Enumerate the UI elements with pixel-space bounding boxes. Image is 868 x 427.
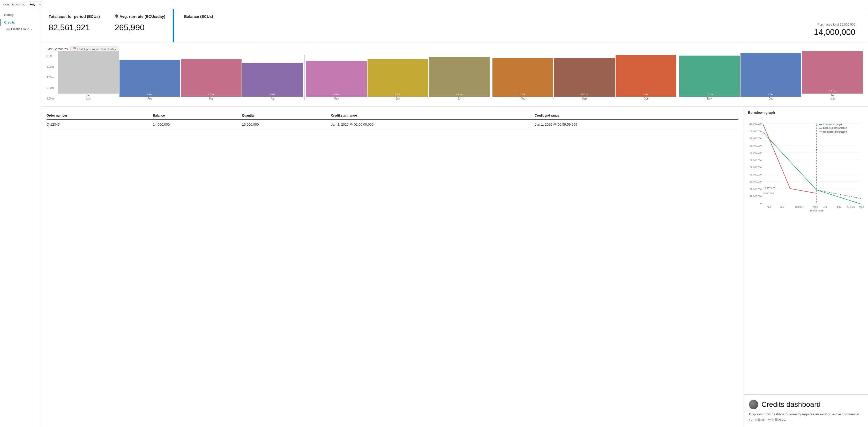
svg-text:100,000,000: 100,000,000 (748, 130, 762, 133)
burndown-svg: 110,000,000 100,000,000 90,000,000 80,00… (748, 117, 864, 215)
bar-value-label-8: 6.82m (581, 93, 588, 96)
avg-run-rate-box: ⏱Avg. run-rate (ECUs/day) 265,990 (107, 9, 173, 42)
svg-text:October: October (795, 206, 804, 208)
svg-text:60,000,000: 60,000,000 (750, 159, 762, 162)
main-content: Total cost for period (ECUs) 82,561,921 … (41, 9, 868, 427)
bar-5: 6.63m (368, 59, 428, 97)
svg-text:110,000,000: 110,000,000 (748, 123, 762, 125)
bar-value-label-9: 7.31m (643, 93, 649, 96)
bar-8: 6.82m (554, 58, 615, 97)
credits-info-panel: Credits dashboard Displaying this dashbo… (744, 395, 868, 427)
bar-month-7: Aug (521, 97, 525, 100)
svg-text:July: July (780, 206, 784, 208)
avg-run-rate-label: ⏱Avg. run-rate (ECUs/day) (115, 14, 165, 19)
y-axis: 8.00m 6.00m 4.00m 2.00m 0.00 (46, 55, 58, 100)
right-panels: Burndown graph 110,000,000 100,000,000 9… (744, 106, 868, 427)
svg-text:April: April (767, 206, 771, 208)
svg-text:15,957,020: 15,957,020 (763, 187, 775, 190)
svg-text:20,000,000: 20,000,000 (750, 188, 762, 191)
bar-value-label-2: 6.59m (208, 93, 214, 96)
col-credit-end: Credit end range (535, 112, 738, 120)
bar-group-may: 6.28mMay (306, 61, 367, 100)
credits-dashboard-title: Credits dashboard (749, 400, 863, 409)
cloud-icon (6, 28, 10, 31)
bar-group-apr: 5.97mApr (242, 63, 303, 100)
balance-label: Balance (ECUs) (184, 14, 861, 19)
bar-group-sep: 6.82mSep (554, 58, 615, 100)
svg-text:Historical consumption: Historical consumption (823, 131, 847, 133)
elastic-cloud-label: Elastic Cloud (11, 27, 29, 31)
bar-11: 7.69m (741, 53, 801, 97)
svg-text:40,000,000: 40,000,000 (750, 173, 762, 176)
bar-group-nov: 7.22mNov (679, 56, 740, 100)
avg-run-rate-value: 265,990 (115, 23, 165, 32)
bar-10: 7.22m (679, 56, 740, 97)
bar-group-oct: 7.31mOct (616, 55, 676, 100)
bar-4: 6.28m (306, 61, 367, 97)
bar-value-label-3: 5.97m (270, 93, 276, 96)
svg-text:Expected consumption: Expected consumption (823, 127, 847, 129)
balance-purchased-label: Purchased total 15,000,000 (184, 23, 855, 26)
svg-text:90,000,000: 90,000,000 (750, 137, 762, 139)
balance-box: Balance (ECUs) Purchased total 15,000,00… (173, 9, 868, 42)
svg-rect-40 (819, 132, 822, 132)
sidebar-section-billing: Billing (0, 12, 41, 19)
svg-text:April: April (823, 206, 828, 208)
table-section: Order number Balance Quantity Credit sta… (41, 106, 744, 427)
metrics-row: Total cost for period (ECUs) 82,561,921 … (41, 9, 868, 42)
bar-group-dec: 7.69mDec (741, 53, 801, 100)
bar-6: 6.99m (429, 57, 490, 97)
table-cell-start: Jan 1, 2025 @ 01:00:00.000 (331, 120, 535, 129)
bar-month-11: Dec (769, 97, 773, 100)
bar-chart: 8.00m 6.00m 4.00m 2.00m 0.00 Jan20246.51… (46, 55, 863, 106)
svg-rect-36 (819, 124, 822, 125)
bar-value-label-10: 7.22m (706, 93, 713, 96)
balance-value: 14,000,000 (184, 27, 855, 37)
balance-bar-indicator (173, 9, 174, 42)
bar-group-mar: 6.59mMar (181, 59, 242, 100)
bar-value-label-11: 7.69m (768, 93, 774, 96)
svg-text:2025: 2025 (812, 206, 817, 208)
account-select[interactable]: Any (28, 2, 43, 7)
bar-group-jun: 6.63mJun (368, 59, 428, 100)
svg-text:50,000,000: 50,000,000 (750, 166, 762, 168)
calendar-icon: 📅 (73, 47, 76, 51)
table-cell-quantity: 15,000,000 (242, 120, 331, 129)
bar-month-6: Jul (458, 97, 461, 100)
bar-12: 7.51m (802, 51, 863, 94)
bar-group-jan-2024: Jan2024 (58, 51, 119, 100)
bar-1: 6.51m (120, 60, 180, 97)
svg-text:Contractual target: Contractual target (823, 123, 842, 126)
external-link-icon: ↗ (31, 28, 33, 31)
balance-inner: Balance (ECUs) Purchased total 15,000,00… (180, 14, 861, 37)
chart-section: Last 12 months 📅 Last 1 year rounded to … (41, 42, 868, 106)
bar-2: 6.59m (181, 59, 242, 97)
globe-icon (749, 400, 758, 409)
bar-group-aug: 6.84mAug (492, 58, 553, 100)
bar-month-0: Jan (86, 94, 90, 97)
bar-value-label-7: 6.84m (520, 93, 526, 96)
svg-text:0: 0 (761, 202, 762, 205)
bar-value-label-1: 6.51m (147, 93, 153, 96)
svg-text:16 Mar 2025: 16 Mar 2025 (810, 209, 823, 212)
account-id-label: cloud.account.id (3, 3, 26, 6)
table-cell-end: Jan 1, 2026 @ 00:59:59.999 (535, 120, 738, 129)
bar-month-8: Sep (582, 97, 587, 100)
table-row: Q-1234514,000,00015,000,000Jan 1, 2025 @… (46, 120, 738, 129)
sidebar-item-elastic-cloud[interactable]: Elastic Cloud ↗ (0, 26, 41, 33)
total-cost-box: Total cost for period (ECUs) 82,561,921 (41, 9, 107, 42)
account-select-wrap[interactable]: Any (28, 2, 43, 7)
bar-9: 7.31m (616, 55, 676, 97)
credits-dashboard-desc: Displaying this dashboard correctly requ… (749, 412, 863, 422)
top-bar: cloud.account.id Any (0, 0, 868, 9)
bar-group-jan-2025: 7.51mJan2025 (802, 51, 863, 100)
burndown-chart: 110,000,000 100,000,000 90,000,000 80,00… (748, 117, 864, 215)
col-credit-start: Credit start range (331, 112, 535, 120)
sidebar-item-credits[interactable]: Credits (0, 19, 41, 26)
chart-badge-label: Last 1 year rounded to the day (78, 47, 116, 51)
svg-text:July: July (837, 206, 841, 208)
bar-year-12: 2025 (830, 97, 835, 100)
bar-value-label-4: 6.28m (333, 93, 340, 96)
main-layout: Billing Credits Elastic Cloud ↗ Total co… (0, 9, 868, 427)
table-cell-order_number: Q-12345 (46, 120, 153, 129)
